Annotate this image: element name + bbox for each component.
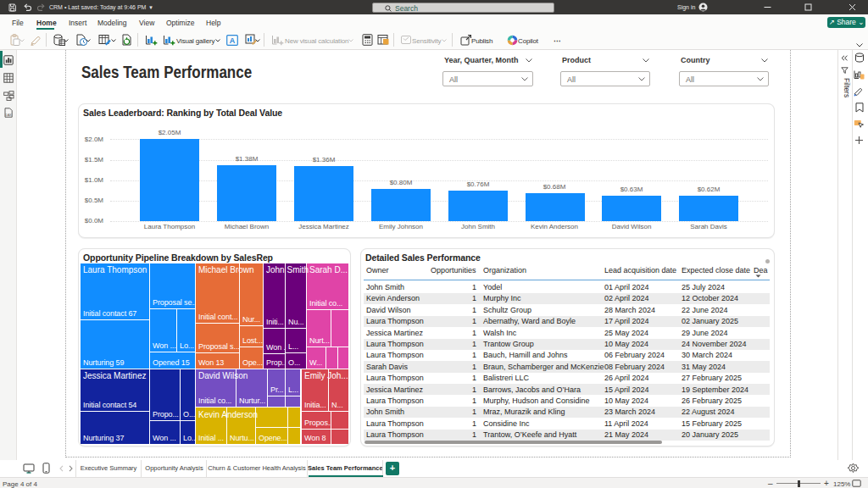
svg-text:A: A (230, 36, 236, 45)
svg-text:DAX: DAX (5, 114, 12, 117)
